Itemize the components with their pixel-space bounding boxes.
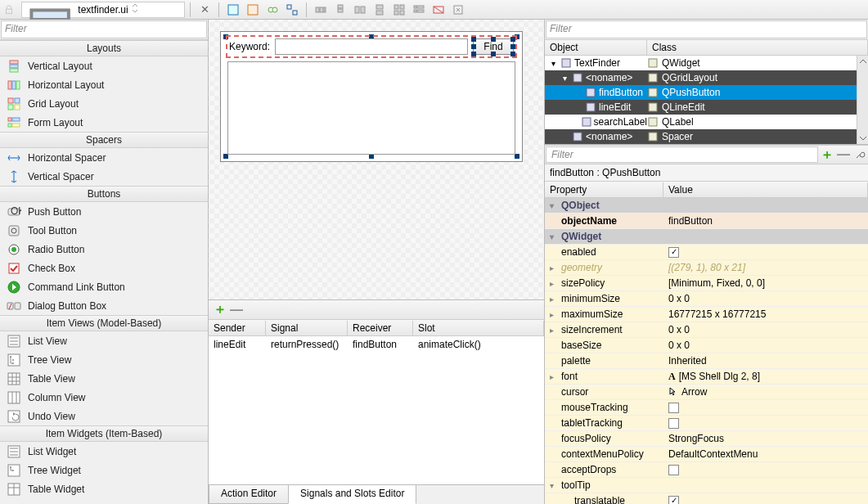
find-button-widget[interactable]: Find xyxy=(473,38,514,55)
widget-item[interactable]: OKPush Button xyxy=(0,202,208,221)
category-header[interactable]: Spacers xyxy=(0,132,208,148)
col-value[interactable]: Value xyxy=(663,182,868,197)
layout-h-button[interactable] xyxy=(312,1,330,19)
widget-item[interactable]: Table View xyxy=(0,369,208,388)
property-row[interactable]: tabletTracking xyxy=(545,416,868,431)
edit-widgets-button[interactable] xyxy=(224,1,242,19)
widget-filter-input[interactable]: Filter xyxy=(1,20,207,38)
widget-item[interactable]: Tool Button xyxy=(0,221,208,240)
tree-row[interactable]: ▾<noname>QGridLayout xyxy=(545,70,857,85)
category-header[interactable]: Layouts xyxy=(0,40,208,56)
expand-icon[interactable]: ▾ xyxy=(550,481,554,490)
property-value[interactable]: findButton xyxy=(663,215,868,227)
tree-row[interactable]: lineEditQLineEdit xyxy=(545,100,857,115)
expand-icon[interactable]: ▸ xyxy=(550,263,554,272)
widget-item[interactable]: List View xyxy=(0,331,208,350)
widget-item[interactable]: List Widget xyxy=(0,442,208,461)
property-row[interactable]: baseSize0 x 0 xyxy=(545,338,868,353)
keyword-line-edit[interactable] xyxy=(275,38,468,55)
category-header[interactable]: Item Widgets (Item-Based) xyxy=(0,425,208,442)
close-file-button[interactable]: ✕ xyxy=(196,1,214,19)
tab-signals-slots[interactable]: Signals and Slots Editor xyxy=(288,485,416,504)
property-value[interactable] xyxy=(663,465,868,475)
property-filter-input[interactable]: Filter xyxy=(546,146,818,163)
property-row[interactable]: ▸fontA [MS Shell Dlg 2, 8] xyxy=(545,369,868,385)
property-row[interactable]: ▸geometry[(279, 1), 80 x 21] xyxy=(545,260,868,276)
property-value[interactable]: [Minimum, Fixed, 0, 0] xyxy=(663,277,868,289)
layout-hsplit-button[interactable] xyxy=(351,1,369,19)
tree-row[interactable]: <noname>Spacer xyxy=(545,129,857,144)
property-value[interactable]: Inherited xyxy=(663,355,868,367)
widget-item[interactable]: Table Widget xyxy=(0,479,208,498)
widget-item[interactable]: Tree Widget xyxy=(0,461,208,479)
property-row[interactable]: ▾toolTip xyxy=(545,478,868,493)
expand-icon[interactable]: ▾ xyxy=(548,59,558,68)
edit-signals-button[interactable] xyxy=(244,1,262,19)
widget-item[interactable]: Form Layout xyxy=(0,113,208,132)
property-value[interactable]: 0 x 0 xyxy=(663,340,868,351)
property-value[interactable]: StrongFocus xyxy=(663,433,868,444)
object-filter-input[interactable]: Filter xyxy=(546,20,867,38)
add-property-button[interactable]: ＋ xyxy=(819,146,835,163)
property-value[interactable]: 16777215 x 16777215 xyxy=(663,308,868,320)
widget-item[interactable]: Check Box xyxy=(0,259,208,277)
edit-buddies-button[interactable] xyxy=(263,1,281,19)
widget-item[interactable]: Column View xyxy=(0,388,208,407)
expand-icon[interactable]: ▸ xyxy=(550,310,554,319)
edit-tab-order-button[interactable] xyxy=(283,1,301,19)
expand-icon[interactable]: ▾ xyxy=(560,74,569,83)
widget-item[interactable]: Vertical Spacer xyxy=(0,167,208,186)
property-row[interactable]: ▸minimumSize0 x 0 xyxy=(545,291,868,307)
widget-item[interactable]: Vertical Layout xyxy=(0,56,208,75)
checkbox[interactable] xyxy=(668,465,679,475)
expand-icon[interactable]: ▸ xyxy=(550,372,554,381)
expand-icon[interactable]: ▸ xyxy=(550,295,554,304)
remove-connection-button[interactable]: — xyxy=(230,303,243,317)
widget-item[interactable]: Undo View xyxy=(0,407,208,425)
adjust-size-button[interactable] xyxy=(449,1,467,19)
col-property[interactable]: Property xyxy=(545,182,663,197)
layout-vsplit-button[interactable] xyxy=(371,1,389,19)
property-value[interactable] xyxy=(663,403,868,413)
widget-item[interactable]: Command Link Button xyxy=(0,277,208,296)
property-value[interactable]: DefaultContextMenu xyxy=(663,448,868,460)
expand-icon[interactable]: ▾ xyxy=(550,201,554,210)
col-object[interactable]: Object xyxy=(545,40,647,55)
property-row[interactable]: translatable✓ xyxy=(545,493,868,504)
checkbox[interactable] xyxy=(668,403,679,413)
top-grid-row[interactable]: Keyword: Find xyxy=(227,37,515,56)
file-selector[interactable]: textfinder.ui xyxy=(21,2,185,18)
property-row[interactable]: ▸sizePolicy[Minimum, Fixed, 0, 0] xyxy=(545,276,868,291)
property-row[interactable]: enabled✓ xyxy=(545,245,868,260)
widget-item[interactable]: Horizontal Layout xyxy=(0,75,208,94)
widget-item[interactable]: Dialog Button Box xyxy=(0,296,208,315)
layout-form-button[interactable] xyxy=(410,1,428,19)
expand-icon[interactable]: ▸ xyxy=(550,326,554,335)
remove-property-button[interactable]: — xyxy=(835,146,852,163)
text-edit-widget[interactable] xyxy=(227,61,515,155)
signals-slots-table[interactable]: Sender Signal Receiver Slot lineEdit ret… xyxy=(209,320,544,484)
category-header[interactable]: Item Views (Model-Based) xyxy=(0,315,208,331)
property-row[interactable]: contextMenuPolicyDefaultContextMenu xyxy=(545,447,868,462)
property-row[interactable]: acceptDrops xyxy=(545,462,868,478)
checkbox[interactable]: ✓ xyxy=(668,496,679,505)
tree-row[interactable]: findButtonQPushButton xyxy=(545,85,857,100)
tree-row[interactable]: searchLabelQLabel xyxy=(545,115,857,129)
add-connection-button[interactable]: ＋ xyxy=(214,301,227,318)
property-row[interactable]: paletteInherited xyxy=(545,353,868,369)
expand-icon[interactable]: ▾ xyxy=(550,232,554,241)
property-row[interactable]: ▾QWidget xyxy=(545,229,868,245)
break-layout-button[interactable] xyxy=(430,1,447,19)
layout-v-button[interactable] xyxy=(331,1,349,19)
category-header[interactable]: Buttons xyxy=(0,186,208,202)
widget-item[interactable]: Radio Button xyxy=(0,240,208,259)
widget-item[interactable]: Grid Layout xyxy=(0,94,208,113)
checkbox[interactable]: ✓ xyxy=(668,247,679,258)
expand-icon[interactable]: ▸ xyxy=(550,279,554,288)
property-value[interactable]: A [MS Shell Dlg 2, 8] xyxy=(663,371,868,383)
property-value[interactable]: ✓ xyxy=(663,247,868,258)
widget-item[interactable]: Tree View xyxy=(0,350,208,369)
scrollbar[interactable] xyxy=(857,56,868,144)
property-row[interactable]: ▸sizeIncrement0 x 0 xyxy=(545,322,868,338)
property-row[interactable]: cursor Arrow xyxy=(545,385,868,400)
